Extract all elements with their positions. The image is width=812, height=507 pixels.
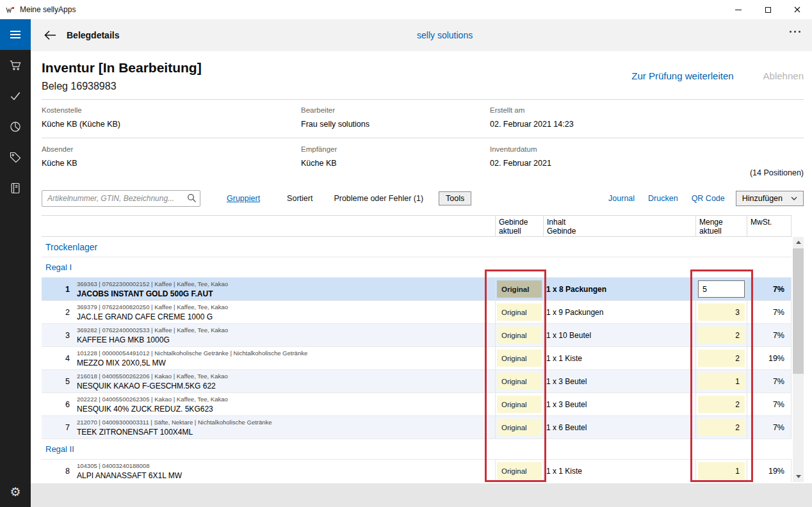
probleme-filter[interactable]: Probleme oder Fehler (1) [334, 194, 423, 203]
drucken-link[interactable]: Drucken [648, 194, 678, 203]
gebinde-value[interactable]: Original [497, 373, 542, 390]
gebinde-value[interactable]: Original [497, 280, 542, 298]
document-number: Beleg 16938983 [42, 81, 804, 92]
item-meta: 212070 | 04009300003311 | Säfte, Nektare… [77, 419, 495, 426]
item-meta: 369282 | 07622400002533 | Kaffee | Kaffe… [77, 326, 495, 334]
col-inhalt-gebinde: InhaltGebinde [543, 216, 695, 236]
inhalt-value: 1 x 6 Beutel [543, 416, 695, 439]
scrollbar-thumb[interactable] [793, 248, 804, 374]
sidebar-item-cart[interactable] [0, 50, 31, 81]
item-name: KAFFEE HAG MKB 1000G [77, 335, 495, 344]
vertical-scrollbar[interactable] [793, 237, 804, 482]
scroll-up-icon [796, 241, 801, 244]
menu-button[interactable] [0, 19, 31, 50]
maximize-button[interactable] [753, 0, 783, 19]
table-row[interactable]: 1 369363 | 07622300002152 | Kaffee | Kaf… [42, 278, 792, 301]
content-area: Belegdetails selly solutions Inventur [I… [31, 19, 812, 507]
sidebar-item-reports[interactable] [0, 111, 31, 142]
menge-value[interactable]: 1 [698, 462, 745, 479]
col-gebinde-aktuell: Gebindeaktuell [495, 216, 543, 236]
shelf-row[interactable]: Regal II [42, 439, 792, 460]
row-number: 4 [42, 347, 76, 369]
shelf-row[interactable]: Regal I [42, 257, 792, 278]
app-header: Belegdetails selly solutions [31, 19, 812, 51]
scroll-down-button[interactable] [793, 471, 804, 482]
sidebar-item-tasks[interactable] [0, 81, 31, 111]
table-row[interactable]: 7 212070 | 04009300003311 | Säfte, Nekta… [42, 416, 792, 439]
table-row[interactable]: 2 369379 | 07622400820250 | Kaffee | Kaf… [42, 301, 792, 324]
col-mwst: MwSt. [747, 216, 792, 236]
footer-strip [31, 483, 812, 507]
tools-button[interactable]: Tools [439, 191, 471, 205]
field-erstellt-am: Erstellt am 02. Februar 2021 14:23 [490, 106, 804, 138]
forward-for-review-button[interactable]: Zur Prüfung weiterleiten [631, 70, 733, 81]
sidebar: ⚙ [0, 19, 31, 507]
hinzufuegen-button[interactable]: Hinzufügen [736, 191, 804, 206]
item-meta: 216018 | 04005500262206 | Kakao | Kaffee… [77, 373, 495, 380]
gruppiert-toggle[interactable]: Gruppiert [227, 194, 260, 203]
table-row[interactable]: 8 104305 | 04003240188008 ALPI ANANASSAF… [42, 460, 792, 482]
sidebar-item-settings[interactable]: ⚙ [0, 476, 31, 507]
item-name: NESQUIK KAKAO F-GESCHM.5KG 622 [77, 382, 495, 390]
positions-count: (14 Positionen) [42, 168, 804, 181]
menge-value[interactable]: 3 [698, 303, 745, 321]
sidebar-item-prices[interactable] [0, 142, 31, 173]
gebinde-value[interactable]: Original [497, 462, 542, 479]
main-panel: Inventur [In Bearbeitung] Beleg 16938983… [31, 51, 812, 482]
close-button[interactable] [783, 0, 812, 19]
row-number: 1 [42, 278, 76, 300]
scroll-up-button[interactable] [793, 237, 804, 248]
search-icon[interactable] [187, 193, 197, 205]
gebinde-value[interactable]: Original [497, 419, 542, 436]
minimize-button[interactable] [724, 0, 753, 19]
item-name: MEZZO MIX 20X0,5L MW [77, 358, 495, 367]
sidebar-item-journal[interactable] [0, 173, 31, 204]
gebinde-value[interactable]: Original [497, 326, 542, 344]
toolbar: Gruppiert Sortiert Probleme oder Fehler … [42, 190, 804, 207]
inhalt-value: 1 x 1 Kiste [543, 347, 695, 369]
search-input[interactable] [42, 190, 200, 207]
table-row[interactable]: 6 202222 | 04005500262305 | Kakao | Kaff… [42, 393, 792, 416]
mwst-value: 7% [747, 301, 792, 323]
hamburger-icon [10, 30, 21, 39]
search-box [42, 190, 200, 207]
more-button[interactable] [790, 31, 800, 33]
menge-cell: 1 [695, 370, 747, 392]
menge-value[interactable]: 2 [698, 396, 745, 413]
table-row[interactable]: 3 369282 | 07622400002533 | Kaffee | Kaf… [42, 324, 792, 347]
qr-code-link[interactable]: QR Code [692, 194, 725, 203]
back-button[interactable] [41, 26, 59, 44]
row-number: 2 [42, 301, 76, 323]
item-name: NESQUIK 40% ZUCK.REDUZ. 5KG623 [77, 405, 495, 414]
gear-icon: ⚙ [10, 485, 20, 499]
sortiert-toggle[interactable]: Sortiert [287, 194, 313, 203]
field-empfaenger: Empfänger Küche KB [301, 145, 490, 168]
item-meta: 369363 | 07622300002152 | Kaffee | Kaffe… [77, 280, 495, 287]
journal-link[interactable]: Journal [608, 194, 635, 203]
window-title: Meine sellyApps [20, 5, 76, 14]
item-name: ALPI ANANASSAFT 6X1L MW [77, 471, 495, 480]
table-row[interactable]: 5 216018 | 04005500262206 | Kakao | Kaff… [42, 370, 792, 393]
inhalt-value: 1 x 3 Beutel [543, 370, 695, 392]
mwst-value: 7% [747, 370, 792, 392]
gebinde-value[interactable]: Original [497, 303, 542, 321]
inhalt-value: 1 x 8 Packungen [543, 278, 695, 300]
section-row[interactable]: Trockenlager [42, 237, 792, 257]
titlebar: Meine sellyApps [0, 0, 812, 19]
row-number: 6 [42, 393, 76, 415]
menge-value[interactable]: 1 [698, 373, 745, 390]
reject-button[interactable]: Ablehnen [763, 70, 804, 81]
menge-cell: 2 [695, 324, 747, 346]
mwst-value: 7% [747, 393, 792, 415]
gebinde-value[interactable]: Original [497, 350, 542, 367]
document-header: Inventur [In Bearbeitung] Beleg 16938983… [42, 51, 804, 100]
table-row[interactable]: 4 101228 | 00000054491012 | Nichtalkohol… [42, 347, 792, 370]
inhalt-value: 1 x 10 Beutel [543, 324, 695, 346]
menge-value[interactable]: 2 [698, 326, 745, 344]
menge-value[interactable]: 2 [698, 350, 745, 367]
gebinde-value[interactable]: Original [497, 396, 542, 413]
menge-value[interactable]: 2 [698, 419, 745, 436]
menge-input[interactable] [698, 280, 745, 298]
mwst-value: 7% [747, 324, 792, 346]
menge-cell [695, 278, 747, 300]
